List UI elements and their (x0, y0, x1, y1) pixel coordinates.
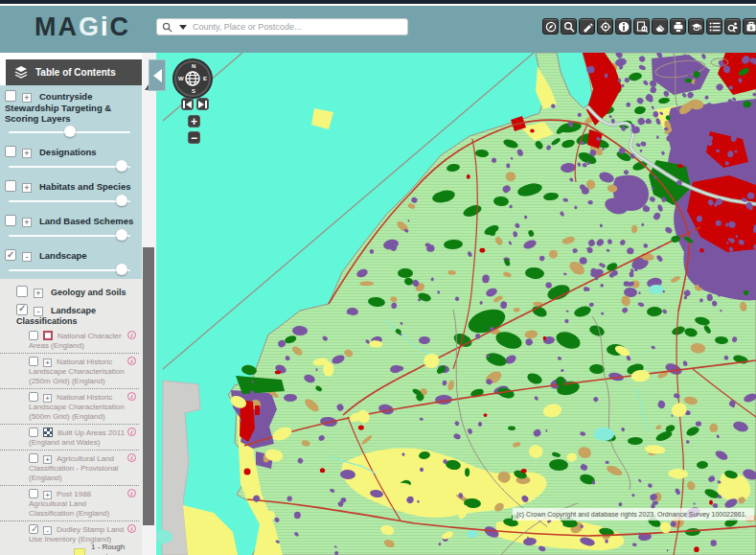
layer-legend-swatch (43, 331, 53, 340)
layer-checkbox[interactable] (5, 180, 16, 192)
print-button[interactable] (670, 18, 686, 35)
toc-group: +Land Based Schemes (0, 210, 142, 244)
information-button[interactable] (615, 18, 631, 35)
slider-thumb[interactable] (116, 264, 127, 275)
toc-group-row[interactable]: +Countryside Stewardship Targeting & Sco… (5, 90, 136, 124)
legend-item: 1 - Rough grazing (74, 546, 126, 555)
compass-tool-icon (545, 21, 557, 33)
expand-plus-icon[interactable]: + (43, 358, 52, 367)
toc-layer-row[interactable]: +National Historic Landscape Characteris… (0, 353, 139, 388)
layer-list-button[interactable] (706, 18, 722, 35)
layer-checkbox[interactable] (5, 146, 16, 157)
toc-layer-row[interactable]: National Character Areas (England)i (0, 328, 139, 353)
print-icon (673, 21, 684, 33)
collapse-minus-icon[interactable]: - (43, 526, 52, 535)
expand-plus-icon[interactable]: + (43, 394, 52, 403)
map-canvas[interactable]: N E S W + − (c) Crown Copyright and (156, 53, 756, 555)
toc-layer-row[interactable]: +National Historic Landscape Characteris… (0, 388, 139, 424)
sidebar-collapse-button[interactable] (149, 59, 166, 91)
layer-checkbox[interactable] (29, 453, 38, 463)
layer-label: Designations (39, 147, 97, 157)
identify-button[interactable] (633, 18, 650, 35)
locate-button[interactable] (597, 18, 613, 35)
toc-layer-row[interactable]: Built Up Areas 2011 (England and Wales)i (0, 424, 139, 450)
erase-button[interactable] (652, 18, 668, 35)
save-button[interactable] (743, 18, 756, 35)
logo-letter: C (110, 12, 131, 41)
collapse-minus-icon[interactable]: - (22, 252, 32, 262)
toc-layer-row[interactable]: +Post 1988 Agricultural Land Classificat… (0, 485, 139, 520)
info-icon[interactable]: i (127, 489, 136, 497)
toc-layer-row[interactable]: -Dudley Stamp Land Use Inventory (Englan… (0, 520, 139, 555)
layer-checkbox[interactable] (16, 304, 28, 315)
draw-measure-button[interactable] (579, 18, 595, 35)
opacity-slider[interactable] (9, 195, 130, 207)
layer-label: Geology and Soils (51, 288, 126, 297)
expand-plus-icon[interactable]: + (22, 183, 32, 193)
info-icon[interactable]: i (127, 524, 136, 533)
zoom-search-button[interactable] (561, 18, 577, 35)
map-copyright: (c) Crown Copyright and database rights … (513, 508, 754, 520)
toc-layer-row[interactable]: +Agricultural Land Classification - Prov… (0, 450, 139, 485)
layer-checkbox[interactable] (5, 215, 16, 226)
search-dropdown-caret[interactable] (179, 25, 187, 30)
layers-icon (14, 66, 28, 79)
expand-plus-icon[interactable]: + (22, 93, 32, 103)
opacity-slider[interactable] (9, 126, 130, 138)
toc-sublayer-row[interactable]: +Geology and Soils (0, 282, 139, 300)
toc-group-row[interactable]: +Land Based Schemes (5, 215, 136, 227)
table-of-contents-panel: Table of Contents +Countryside Stewardsh… (0, 53, 142, 555)
info-icon[interactable]: i (127, 357, 136, 365)
info-icon[interactable]: i (127, 331, 136, 339)
layer-checkbox[interactable] (29, 524, 38, 534)
collapse-minus-icon[interactable]: - (34, 307, 43, 316)
toc-group-row[interactable]: -Landscape (5, 249, 136, 262)
graduation-cap-button[interactable] (688, 18, 704, 35)
compass-control[interactable]: N E S W (174, 60, 211, 97)
info-icon[interactable]: i (127, 428, 136, 436)
compass-south: S (192, 88, 195, 94)
slider-thumb[interactable] (116, 160, 127, 172)
dudley-stamp-legend: 1 - Rough grazing2 - Urban3 - Water4 - A… (29, 544, 126, 555)
expand-plus-icon[interactable]: + (34, 289, 43, 298)
info-icon[interactable]: i (127, 392, 136, 401)
layer-checkbox[interactable] (5, 90, 16, 102)
search-input[interactable]: County, Place or Postcode... (156, 18, 408, 35)
scrollbar-thumb[interactable] (143, 247, 154, 525)
layer-label: Habitats and Species (39, 181, 131, 192)
previous-extent-button[interactable] (181, 98, 194, 110)
search-placeholder: County, Place or Postcode... (193, 22, 301, 32)
slider-thumb[interactable] (64, 126, 76, 137)
layer-list-icon (709, 21, 721, 33)
expand-plus-icon[interactable]: + (22, 218, 32, 227)
layer-checkbox[interactable] (29, 357, 38, 366)
search-features-button[interactable] (724, 18, 741, 35)
zoom-out-button[interactable]: − (188, 131, 200, 144)
toc-group-row[interactable]: +Designations (5, 146, 136, 158)
opacity-slider[interactable] (9, 229, 130, 242)
expand-plus-icon[interactable]: + (43, 491, 52, 499)
expand-plus-icon[interactable]: + (22, 149, 32, 158)
layer-checkbox[interactable] (29, 489, 38, 498)
zoom-in-button[interactable]: + (188, 115, 200, 127)
opacity-slider[interactable] (9, 264, 130, 276)
expand-plus-icon[interactable]: + (43, 455, 52, 464)
toc-group: +Countryside Stewardship Targeting & Sco… (0, 85, 142, 141)
zoom-search-icon (563, 21, 575, 33)
draw-measure-icon (582, 21, 593, 33)
info-icon[interactable]: i (127, 453, 136, 462)
next-extent-button[interactable] (196, 98, 209, 110)
land-use-map[interactable] (156, 53, 756, 555)
layer-checkbox[interactable] (29, 331, 38, 340)
layer-checkbox[interactable] (5, 249, 16, 261)
toc-sublayer-row[interactable]: -Landscape Classifications (0, 300, 139, 328)
slider-thumb[interactable] (116, 195, 127, 206)
slider-thumb[interactable] (116, 229, 127, 241)
compass-tool-button[interactable] (542, 18, 559, 35)
layer-checkbox[interactable] (29, 392, 38, 402)
sidebar-scrollbar[interactable] (142, 53, 156, 555)
toc-group-row[interactable]: +Habitats and Species (5, 180, 136, 193)
layer-checkbox[interactable] (16, 286, 28, 297)
opacity-slider[interactable] (9, 160, 130, 173)
layer-checkbox[interactable] (29, 428, 38, 437)
